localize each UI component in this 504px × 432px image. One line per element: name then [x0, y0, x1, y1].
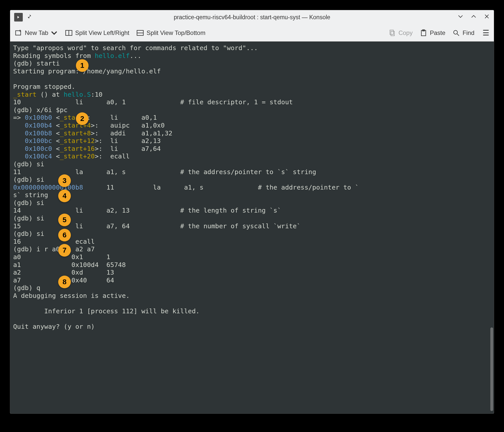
terminal-line: (gdb) i r a0 a1 a2 a7	[13, 245, 491, 253]
terminal-line: 0x100c0 <_start+16>: li a7,64	[13, 145, 491, 153]
svg-point-9	[454, 30, 457, 34]
svg-rect-5	[390, 30, 393, 34]
annotation-badge-1: 1	[76, 59, 89, 72]
svg-line-10	[457, 34, 459, 36]
title-bar: practice-qemu-riscv64-buildroot : start-…	[10, 10, 494, 24]
new-tab-label: New Tab	[25, 29, 48, 36]
annotation-badge-5: 5	[58, 214, 71, 226]
paste-label: Paste	[430, 29, 445, 36]
window-title: practice-qemu-riscv64-buildroot : start-…	[48, 14, 456, 21]
terminal-line: (gdb) si	[13, 176, 491, 183]
terminal-line: (gdb) q	[13, 284, 491, 292]
split-lr-button[interactable]: Split View Left/Right	[65, 29, 129, 37]
annotation-badge-4: 4	[58, 190, 71, 202]
terminal-line	[13, 315, 491, 323]
terminal-line: 11 la a1, s # the address/pointer to `s`…	[13, 168, 491, 176]
annotation-badge-3: 3	[58, 174, 71, 187]
terminal-line: Reading symbols from hello.elf...	[13, 52, 491, 60]
find-label: Find	[463, 29, 474, 36]
terminal-line: a2 0xd 13	[13, 269, 491, 276]
terminal-line: (gdb) si	[13, 230, 491, 238]
annotation-badge-7: 7	[58, 244, 71, 257]
hamburger-menu-icon[interactable]: ☰	[482, 28, 489, 37]
terminal-line: a0 0x1 1	[13, 253, 491, 261]
annotation-badge-8: 8	[58, 276, 71, 288]
copy-button[interactable]: Copy	[388, 29, 413, 37]
terminal-line: Inferior 1 [process 112] will be killed.	[13, 307, 491, 315]
terminal-line: Type "apropos word" to search for comman…	[13, 44, 491, 52]
terminal-line: (gdb) si	[13, 199, 491, 207]
terminal-line: 15 li a7, 64 # the number of syscall `wr…	[13, 222, 491, 230]
terminal-line: a7 0x40 64	[13, 276, 491, 284]
terminal-line: 10 li a0, 1 # file descriptor, 1 = stdou…	[13, 98, 491, 106]
copy-label: Copy	[398, 29, 413, 36]
terminal-line: Quit anyway? (y or n)	[13, 323, 491, 331]
terminal-output[interactable]: Type "apropos word" to search for comman…	[10, 42, 494, 414]
terminal-line: (gdb) si	[13, 160, 491, 168]
annotation-badge-2: 2	[76, 112, 89, 125]
terminal-line: (gdb) si	[13, 214, 491, 222]
terminal-line: 0x100bc <_start+12>: li a2,13	[13, 137, 491, 145]
app-menu-icon[interactable]	[14, 13, 23, 22]
terminal-line: 0x100c4 <_start+20>: ecall	[13, 152, 491, 160]
maximize-button[interactable]	[471, 13, 477, 21]
terminal-line: A debugging session is active.	[13, 292, 491, 300]
terminal-line: (gdb) x/6i $pc	[13, 106, 491, 114]
terminal-line: a1 0x100d4 65748	[13, 261, 491, 269]
close-button[interactable]	[484, 13, 490, 21]
terminal-line: Program stopped.	[13, 83, 491, 91]
terminal-line: _start () at hello.S:10	[13, 91, 491, 98]
find-button[interactable]: Find	[452, 29, 474, 37]
pin-icon[interactable]	[26, 14, 32, 21]
split-tb-label: Split View Top/Bottom	[146, 29, 205, 36]
paste-button[interactable]: Paste	[420, 29, 445, 37]
terminal-line	[13, 75, 491, 83]
split-tb-button[interactable]: Split View Top/Bottom	[136, 29, 205, 37]
minimize-button[interactable]	[457, 13, 464, 21]
split-lr-label: Split View Left/Right	[75, 29, 129, 36]
svg-rect-6	[391, 31, 394, 36]
terminal-line: 0x00000000000100b8 11 la a1, s # the add…	[13, 183, 491, 191]
terminal-line: 0x100b8 <_start+8>: addi a1,a1,32	[13, 129, 491, 137]
terminal-line	[13, 300, 491, 307]
annotation-badge-6: 6	[58, 229, 71, 241]
toolbar: New Tab Split View Left/Right Split View…	[10, 24, 494, 42]
new-tab-button[interactable]: New Tab	[15, 29, 58, 37]
konsole-window: practice-qemu-riscv64-buildroot : start-…	[10, 10, 494, 414]
terminal-line: 14 li a2, 13 # the length of string `s`	[13, 207, 491, 214]
terminal-line: 16 ecall	[13, 238, 491, 245]
terminal-line: s` string	[13, 191, 491, 199]
scrollbar[interactable]	[490, 327, 493, 411]
